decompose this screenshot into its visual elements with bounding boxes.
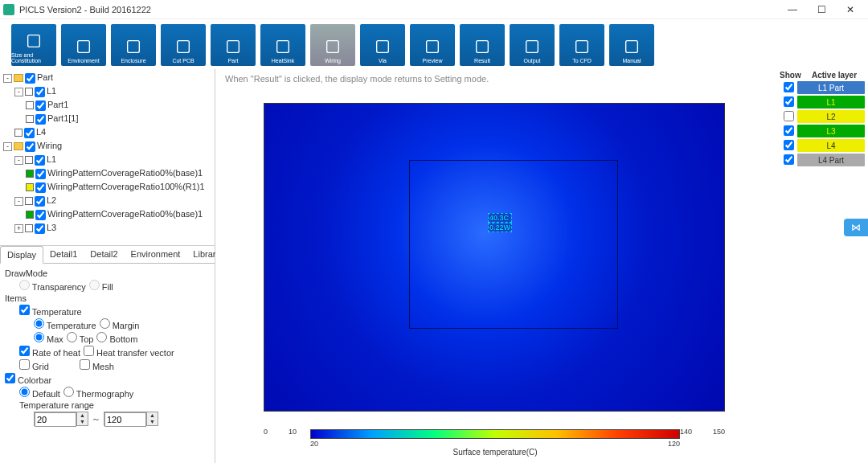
folder-icon bbox=[14, 74, 23, 82]
toolbar-manual-button[interactable]: Manual bbox=[609, 24, 654, 66]
tree-check[interactable] bbox=[35, 155, 45, 166]
layer-row[interactable]: L1 bbox=[780, 96, 865, 109]
default-radio[interactable]: Default bbox=[19, 387, 60, 399]
toolbar-size-and-constitution-button[interactable]: Size and Constitution bbox=[11, 24, 56, 66]
tree-label: L2 bbox=[47, 195, 56, 205]
tree-toggle[interactable]: - bbox=[14, 197, 23, 206]
layer-show-check[interactable] bbox=[784, 154, 794, 165]
tree-check[interactable] bbox=[35, 169, 46, 179]
toolbar-output-button[interactable]: Output bbox=[510, 24, 555, 66]
layers-panel: Show Active layer L1 PartL1L2L3L4L4 Part… bbox=[776, 69, 868, 463]
toolbar-enclosure-button[interactable]: Enclosure bbox=[111, 24, 156, 66]
tab-detail2[interactable]: Detail2 bbox=[84, 246, 124, 263]
monitor-icon bbox=[473, 37, 492, 56]
viewport: When "Result" is clicked, the display mo… bbox=[215, 69, 776, 463]
toolbar-environment-button[interactable]: Environment bbox=[61, 24, 106, 66]
mesh-check[interactable]: Mesh bbox=[80, 359, 114, 371]
svg-rect-4 bbox=[227, 41, 240, 53]
search-icon bbox=[423, 37, 442, 56]
tab-display[interactable]: Display bbox=[0, 246, 43, 264]
tree-toggle[interactable]: - bbox=[14, 88, 23, 96]
layer-row[interactable]: L4 bbox=[780, 139, 865, 152]
transparency-radio[interactable]: Transparency bbox=[19, 280, 86, 292]
drawmode-label: DrawMode bbox=[5, 268, 210, 278]
tree-toggle[interactable]: - bbox=[3, 74, 12, 83]
layer-label[interactable]: L4 Part bbox=[797, 154, 865, 166]
fins-icon bbox=[273, 37, 293, 56]
max-radio[interactable]: Max bbox=[34, 332, 63, 344]
layer-swatch-icon bbox=[26, 183, 34, 191]
layer-show-check[interactable] bbox=[784, 140, 794, 150]
temp-range-label: Temperature range bbox=[5, 400, 210, 410]
svg-rect-11 bbox=[576, 41, 588, 53]
layer-row[interactable]: L3 bbox=[780, 125, 865, 137]
tree-check[interactable] bbox=[35, 182, 46, 193]
layer-label[interactable]: L1 bbox=[797, 96, 865, 109]
temperature-check[interactable]: Temperature bbox=[19, 305, 82, 317]
layer-row[interactable]: L1 Part bbox=[780, 81, 865, 94]
toolbar-cut-pcb-button[interactable]: Cut PCB bbox=[161, 24, 206, 66]
margin-radio[interactable]: Margin bbox=[100, 318, 140, 330]
layer-show-check[interactable] bbox=[784, 111, 794, 121]
tree-label: L4 bbox=[36, 127, 46, 137]
heat-vector-check[interactable]: Heat transfer vector bbox=[84, 346, 174, 358]
rate-of-heat-check[interactable]: Rate of heat bbox=[19, 346, 80, 358]
temp-max-stepper[interactable]: ▲▼ bbox=[104, 412, 158, 426]
rect-icon bbox=[24, 31, 43, 51]
chip-icon bbox=[223, 37, 243, 56]
tree-toggle[interactable]: - bbox=[3, 142, 12, 151]
layer-label[interactable]: L4 bbox=[797, 139, 865, 152]
tree-check[interactable] bbox=[35, 196, 45, 207]
layer-swatch-icon bbox=[26, 211, 34, 219]
component-outline bbox=[409, 160, 618, 329]
book-icon bbox=[622, 37, 641, 56]
tree-check[interactable] bbox=[35, 223, 45, 234]
tree-check[interactable] bbox=[35, 114, 46, 125]
tab-detail1[interactable]: Detail1 bbox=[43, 246, 84, 263]
toolbar-part-button[interactable]: Part bbox=[211, 24, 256, 66]
side-handle-icon[interactable]: ⋈ bbox=[844, 219, 868, 236]
thermography-radio[interactable]: Thermography bbox=[63, 387, 133, 399]
layer-show-check[interactable] bbox=[784, 96, 794, 107]
layer-label[interactable]: L3 bbox=[797, 125, 865, 137]
layer-show-check[interactable] bbox=[784, 125, 794, 136]
colorbar-check[interactable]: Colorbar bbox=[5, 373, 51, 385]
layer-row[interactable]: L4 Part bbox=[780, 154, 865, 166]
window-close-button[interactable]: ✕ bbox=[836, 2, 865, 18]
window-minimize-button[interactable]: — bbox=[778, 2, 807, 18]
tree-toggle[interactable]: + bbox=[14, 224, 23, 233]
window-maximize-button[interactable]: ☐ bbox=[807, 2, 836, 18]
tree-panel[interactable]: -Part -L1 Part1 Part1[1] L4 -Wiring bbox=[0, 69, 215, 246]
items-label: Items bbox=[5, 293, 210, 303]
tree-label: WiringPatternCoverageRatio0%(base)1 bbox=[47, 168, 203, 178]
tree-label: L1 bbox=[47, 154, 56, 164]
top-radio[interactable]: Top bbox=[67, 332, 94, 344]
tree-label: L3 bbox=[47, 223, 56, 232]
tree-toggle[interactable]: - bbox=[14, 156, 23, 165]
layer-swatch-icon bbox=[25, 224, 33, 232]
layer-label[interactable]: L1 Part bbox=[797, 81, 865, 94]
layer-row[interactable]: L2 bbox=[780, 110, 865, 123]
tree-check[interactable] bbox=[24, 128, 35, 138]
toolbar-heatsink-button[interactable]: HeatSink bbox=[260, 24, 305, 66]
layer-show-check[interactable] bbox=[784, 82, 794, 92]
tree-check[interactable] bbox=[35, 100, 46, 111]
temperature-radio[interactable]: Temperature bbox=[34, 318, 96, 330]
grid-check[interactable]: Grid bbox=[19, 359, 49, 371]
tree-check[interactable] bbox=[25, 73, 35, 84]
toolbar-preview-button[interactable]: Preview bbox=[410, 24, 455, 66]
tree-check[interactable] bbox=[25, 141, 35, 152]
toolbar-result-button[interactable]: Result bbox=[460, 24, 505, 66]
bottom-radio[interactable]: Bottom bbox=[96, 332, 137, 344]
toolbar-to-cfd-button[interactable]: To CFD bbox=[559, 24, 604, 66]
result-canvas[interactable]: 40.3C 0.22W 0102030405060708090100110120… bbox=[215, 88, 776, 463]
tab-environment[interactable]: Environment bbox=[125, 246, 187, 263]
toolbar-wiring-button[interactable]: Wiring bbox=[310, 24, 355, 66]
layer-label[interactable]: L2 bbox=[797, 110, 865, 123]
tree-check[interactable] bbox=[35, 87, 45, 97]
fill-radio[interactable]: Fill bbox=[89, 280, 113, 292]
temp-min-stepper[interactable]: ▲▼ bbox=[34, 412, 88, 426]
tree-check[interactable] bbox=[35, 210, 46, 220]
svg-rect-7 bbox=[377, 41, 389, 53]
toolbar-via-button[interactable]: Via bbox=[360, 24, 405, 66]
